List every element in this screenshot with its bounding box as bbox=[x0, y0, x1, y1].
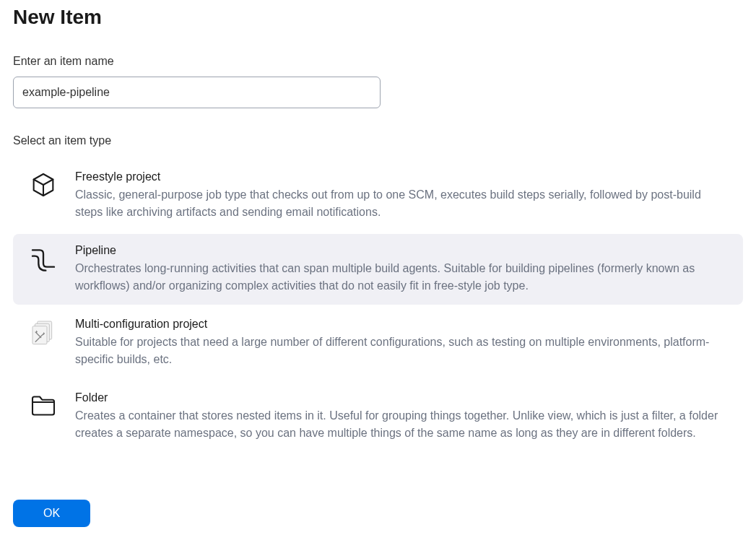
item-name-input[interactable] bbox=[13, 77, 381, 108]
item-type-title: Multi-configuration project bbox=[75, 318, 729, 331]
select-type-label: Select an item type bbox=[13, 134, 743, 147]
item-type-title: Pipeline bbox=[75, 244, 729, 257]
item-type-pipeline[interactable]: Pipeline Orchestrates long-running activ… bbox=[13, 234, 743, 305]
ok-button[interactable]: OK bbox=[13, 500, 90, 527]
footer-fade bbox=[0, 470, 756, 492]
item-type-freestyle[interactable]: Freestyle project Classic, general-purpo… bbox=[13, 160, 743, 231]
folder-icon bbox=[27, 391, 59, 423]
item-type-multiconfig[interactable]: Multi-configuration project Suitable for… bbox=[13, 308, 743, 378]
pipeline-icon bbox=[27, 244, 59, 276]
multiconfig-icon bbox=[27, 318, 59, 349]
item-type-desc: Creates a container that stores nested i… bbox=[75, 407, 729, 442]
cube-icon bbox=[27, 170, 59, 202]
item-type-desc: Suitable for projects that need a large … bbox=[75, 334, 729, 368]
item-type-desc: Orchestrates long-running activities tha… bbox=[75, 260, 729, 295]
item-name-label: Enter an item name bbox=[13, 55, 743, 68]
footer-bar: OK bbox=[0, 492, 756, 535]
item-type-title: Freestyle project bbox=[75, 170, 729, 183]
item-type-title: Folder bbox=[75, 391, 729, 404]
page-title: New Item bbox=[13, 6, 743, 29]
item-type-folder[interactable]: Folder Creates a container that stores n… bbox=[13, 381, 743, 452]
svg-rect-2 bbox=[32, 326, 47, 344]
item-type-desc: Classic, general-purpose job type that c… bbox=[75, 186, 729, 221]
